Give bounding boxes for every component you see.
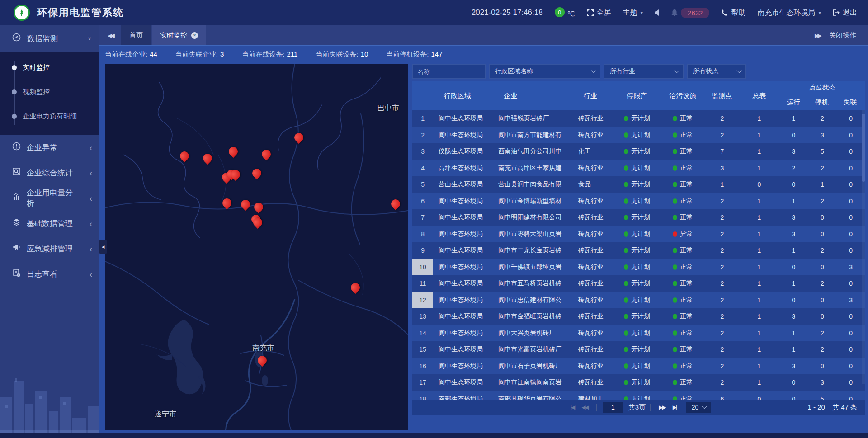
first-page-button[interactable]: |◀ [571, 404, 574, 410]
prev-page-button[interactable]: ◀◀ [581, 404, 588, 410]
theme-menu[interactable]: 主题▾ [623, 8, 643, 18]
cell-meters: 1 [739, 193, 779, 210]
last-page-button[interactable]: ▶| [673, 404, 676, 410]
map-pin[interactable] [391, 199, 401, 209]
map-panel[interactable]: 巴中市南充市遂宁市 [105, 64, 408, 430]
cell-stopped: 2 [808, 275, 836, 292]
status-filter-select[interactable]: 所有状态 [687, 64, 746, 79]
table-row[interactable]: 13阆中生态环境局阆中市金福旺页岩机砖砖瓦行业无计划正常21300 [412, 308, 865, 325]
chevron-down-icon: ▾ [641, 10, 643, 16]
tabs-scroll-left-button[interactable]: ◀◀ [99, 25, 121, 45]
table-row[interactable]: 2阆中生态环境局阆中市南方节能建材有砖瓦行业无计划正常21030 [412, 127, 865, 144]
table-row[interactable]: 3仪陇生态环境局西南油气田分公司川中化工无计划正常71350 [412, 143, 865, 160]
header-index [412, 81, 433, 110]
table-row[interactable]: 8阆中生态环境局阆中市枣碧大梁山页岩砖瓦行业无计划异常21300 [412, 226, 865, 243]
page-title: 环保用电监管系统 [37, 6, 124, 19]
chevron-left-icon: ‹ [90, 143, 92, 152]
table-row[interactable]: 18南部生态环境局南部县砚华页岩有限公建材加工无计划正常60050 [412, 391, 865, 400]
map-pin[interactable] [222, 198, 232, 208]
sidebar-item-video-monitor[interactable]: 视频监控 [0, 80, 99, 104]
cell-running: 1 [779, 110, 808, 127]
sidebar-item-log-view[interactable]: 日志查看 ‹ [0, 261, 99, 287]
map-pin[interactable] [257, 356, 267, 366]
page-number-input[interactable]: 1 [603, 402, 623, 413]
cell-meters: 1 [739, 209, 779, 226]
table-row[interactable]: 7阆中生态环境局阆中明阳建材有限公司砖瓦行业无计划正常21300 [412, 209, 865, 226]
table-row[interactable]: 1阆中生态环境局阆中强锐页岩砖厂砖瓦行业无计划正常21120 [412, 110, 865, 127]
status-dot [673, 363, 677, 369]
mute-button[interactable] [655, 9, 660, 16]
table-row[interactable]: 17阆中生态环境局阆中市江南镇阆南页岩砖瓦行业无计划正常21030 [412, 374, 865, 391]
cell-company: 阆中市金博瑞新型墙材 [493, 193, 572, 210]
bar-chart-icon [12, 193, 21, 203]
cell-prod-limit: 无计划 [613, 325, 660, 342]
cell-meters: 1 [739, 110, 779, 127]
cell-prod-limit: 无计划 [613, 143, 660, 160]
table-row[interactable]: 4高坪生态环境局南充市高坪区王家店建砖瓦行业无计划正常31220 [412, 160, 865, 177]
table-row[interactable]: 14阆中生态环境局阆中大兴页岩机砖厂砖瓦行业无计划正常21120 [412, 325, 865, 342]
map-pin[interactable] [254, 203, 264, 212]
map-collapse-handle[interactable]: ◀ [99, 240, 107, 254]
scrollbar-thumb[interactable] [862, 114, 865, 182]
sidebar-item-power-load-detail[interactable]: 企业电力负荷明细 [0, 104, 99, 128]
cell-points: 2 [705, 341, 739, 358]
cell-prod-limit: 无计划 [613, 259, 660, 276]
table-row[interactable]: 12阆中生态环境局阆中市忠信建材有限公砖瓦行业无计划正常21003 [412, 292, 865, 309]
table-row[interactable]: 6阆中生态环境局阆中市金博瑞新型墙材砖瓦行业无计划正常21120 [412, 193, 865, 210]
pin-icon [292, 131, 305, 144]
tab-home[interactable]: 首页 [121, 25, 151, 45]
map-pin[interactable] [241, 200, 250, 210]
cell-prod-limit: 无计划 [613, 391, 660, 400]
cell-facility-status: 正常 [660, 358, 705, 375]
status-dot [624, 363, 628, 369]
map-pin[interactable] [261, 150, 271, 160]
table-row[interactable]: 9阆中生态环境局阆中市二龙长宝页岩砖砖瓦行业无计划正常21120 [412, 242, 865, 259]
sidebar-item-enterprise-abnormal[interactable]: 企业异常 ‹ [0, 135, 99, 160]
region-filter-select[interactable]: 行政区域名称 [489, 64, 600, 79]
map-pin[interactable] [252, 169, 262, 179]
table-row[interactable]: 15阆中生态环境局阆中市光富页岩机砖厂砖瓦行业无计划正常21120 [412, 341, 865, 358]
map-pin[interactable] [350, 283, 360, 293]
stat-offline-enterprises: 当前失联企业:3 [175, 50, 224, 59]
cell-lost: 0 [837, 391, 865, 400]
table-row[interactable]: 16阆中生态环境局阆中市石子页岩机砖厂砖瓦行业无计划正常21300 [412, 358, 865, 375]
org-menu[interactable]: 南充市生态环境局▾ [757, 8, 821, 18]
page-size-select[interactable]: 20 [686, 402, 711, 413]
map-pin[interactable] [203, 154, 212, 164]
cell-bureau: 阆中生态环境局 [433, 193, 493, 210]
sidebar-item-realtime-monitor[interactable]: 实时监控 [0, 55, 99, 80]
cell-points: 2 [705, 242, 739, 259]
tab-realtime-monitor[interactable]: 实时监控 ✕ [152, 25, 206, 45]
status-dot [624, 215, 628, 220]
fullscreen-button[interactable]: 全屏 [587, 8, 611, 18]
help-button[interactable]: 帮助 [721, 8, 745, 18]
sidebar-item-enterprise-stats[interactable]: 企业综合统计 ‹ [0, 160, 99, 185]
close-icon[interactable]: ✕ [191, 32, 198, 39]
cell-bureau: 南部生态环境局 [433, 391, 493, 400]
tabs-scroll-right-button[interactable]: ▶▶ [815, 32, 820, 39]
industry-filter-select[interactable]: 所有行业 [604, 64, 684, 79]
logout-button[interactable]: 退出 [833, 8, 857, 18]
status-dot [624, 297, 628, 303]
close-operations-button[interactable]: 关闭操作 [829, 31, 856, 40]
table-row[interactable]: 11阆中生态环境局阆中市五马桥页岩机砖砖瓦行业无计划正常21120 [412, 275, 865, 292]
table-row[interactable]: 5营山生态环境局营山县润丰肉食品有限食品无计划正常10010 [412, 176, 865, 193]
next-page-button[interactable]: ▶▶ [659, 404, 665, 410]
map-city-label: 遂宁市 [155, 409, 176, 419]
table-row[interactable]: 10阆中生态环境局阆中千佛镇五郎垭页岩砖瓦行业无计划正常21003 [412, 259, 865, 276]
cell-facility-status: 正常 [660, 275, 705, 292]
map-pin[interactable] [253, 218, 263, 228]
sidebar-item-base-data[interactable]: 基础数据管理 ‹ [0, 211, 99, 236]
sidebar-item-power-analysis[interactable]: 企业用电量分析 ‹ [0, 185, 99, 211]
map-pin[interactable] [179, 151, 189, 161]
status-dot [624, 380, 628, 385]
cell-meters: 0 [739, 391, 779, 400]
map-pin[interactable] [228, 147, 238, 157]
name-filter-input[interactable] [412, 64, 486, 79]
sidebar-item-emergency-reduction[interactable]: 应急减排管理 ‹ [0, 236, 99, 261]
notification-area[interactable]: 2632 [671, 8, 709, 18]
sidebar-group-data-monitor[interactable]: 数据监测 ∨ [0, 25, 99, 52]
map-pin[interactable] [294, 133, 304, 143]
map-pin[interactable] [231, 170, 241, 180]
table-scrollbar[interactable] [862, 110, 865, 384]
